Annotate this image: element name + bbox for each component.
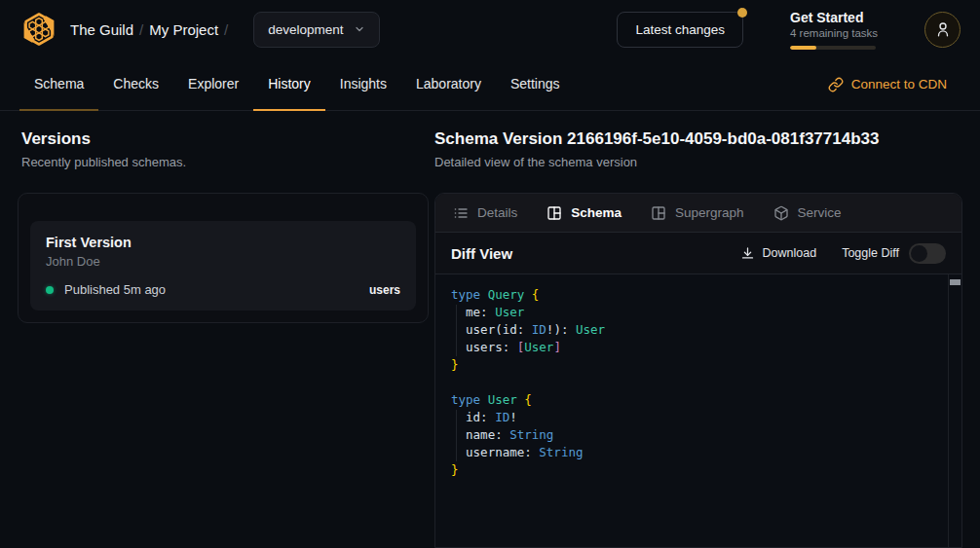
get-started-widget[interactable]: Get Started 4 remaining tasks (790, 10, 878, 50)
breadcrumb-project[interactable]: My Project (149, 21, 218, 38)
breadcrumb-separator: / (139, 21, 143, 38)
get-started-progress-bar (790, 46, 876, 50)
columns-icon (547, 205, 562, 221)
code-line: me: User (451, 304, 946, 321)
version-detail-panel: Schema Version 2166196f-5e10-4059-bd0a-0… (434, 111, 962, 548)
get-started-subtitle: 4 remaining tasks (790, 27, 878, 39)
code-line: type Query { (451, 286, 946, 304)
connect-to-cdn-link[interactable]: Connect to CDN (828, 77, 947, 92)
latest-changes-button[interactable]: Latest changes (617, 12, 743, 48)
main-content: Versions Recently published schemas. Fir… (0, 111, 980, 548)
diff-view-title: Diff View (451, 245, 512, 262)
download-icon (740, 246, 755, 261)
hive-logo-icon[interactable] (19, 10, 58, 49)
detail-tab-label: Service (798, 205, 842, 220)
versions-subtitle: Recently published schemas. (21, 155, 434, 169)
detail-tab-label: Details (477, 205, 517, 220)
detail-tab-schema[interactable]: Schema (547, 205, 622, 221)
code-line: id: ID! (451, 409, 946, 426)
code-scrollbar[interactable] (948, 274, 961, 547)
link-icon (828, 77, 844, 92)
version-status-text: Published 5m ago (64, 282, 166, 297)
versions-panel: Versions Recently published schemas. Fir… (0, 111, 434, 548)
code-line: user(id: ID!): User (451, 321, 946, 339)
detail-tab-supergraph[interactable]: Supergraph (651, 205, 744, 221)
version-detail-card: Details Schema Supergraph (434, 193, 962, 548)
diff-toolbar: Diff View Download Toggle Diff (435, 233, 961, 274)
graphql-code: type Query { me: User user(id: ID!): Use… (435, 274, 961, 491)
toggle-diff-label: Toggle Diff (842, 246, 899, 260)
detail-tab-label: Supergraph (675, 205, 744, 220)
published-status-dot (46, 286, 54, 294)
person-icon (934, 20, 952, 38)
versions-title: Versions (21, 128, 434, 150)
list-icon (453, 205, 469, 221)
code-line: users: [User] (451, 339, 946, 356)
progress-fill (790, 46, 816, 50)
code-line: username: String (451, 444, 946, 461)
version-status-row: Published 5m ago users (46, 282, 400, 297)
user-avatar[interactable] (924, 12, 961, 48)
detail-tab-service[interactable]: Service (773, 205, 842, 221)
tab-settings[interactable]: Settings (496, 58, 575, 111)
version-list-item[interactable]: First Version John Doe Published 5m ago … (30, 221, 416, 311)
version-author: John Doe (46, 254, 400, 269)
tab-explorer[interactable]: Explorer (173, 58, 253, 111)
download-label: Download (763, 246, 817, 260)
switch-knob (911, 245, 927, 262)
cube-icon (773, 205, 789, 221)
connect-to-cdn-label: Connect to CDN (851, 77, 947, 91)
code-line: name: String (451, 426, 946, 444)
download-button[interactable]: Download (740, 246, 817, 261)
breadcrumb-org[interactable]: The Guild (70, 21, 133, 38)
version-detail-title: Schema Version 2166196f-5e10-4059-bd0a-0… (434, 128, 962, 150)
diff-actions: Download Toggle Diff (740, 243, 946, 264)
detail-tab-details[interactable]: Details (453, 205, 517, 221)
latest-changes-label: Latest changes (635, 22, 725, 37)
schema-code-viewer[interactable]: type Query { me: User user(id: ID!): Use… (435, 274, 961, 547)
nav-spacer (575, 58, 828, 110)
columns-icon (651, 205, 666, 221)
target-selector-dropdown[interactable]: development (253, 12, 379, 48)
app-root: The Guild / My Project / development Lat… (0, 0, 980, 548)
tab-insights[interactable]: Insights (325, 58, 401, 111)
tab-history[interactable]: History (253, 58, 325, 111)
notification-dot (737, 8, 747, 18)
chevron-down-icon (354, 23, 365, 35)
target-selector-value: development (268, 22, 343, 37)
app-header: The Guild / My Project / development Lat… (0, 0, 980, 58)
tab-laboratory[interactable]: Laboratory (401, 58, 496, 111)
scrollbar-thumb[interactable] (950, 279, 961, 285)
code-line: type User { (451, 391, 946, 409)
version-name: First Version (46, 235, 400, 250)
get-started-title: Get Started (790, 10, 878, 26)
header-right: Latest changes Get Started 4 remaining t… (617, 10, 961, 50)
code-line: } (451, 356, 946, 374)
service-badge: users (369, 283, 400, 297)
versions-list-card: First Version John Doe Published 5m ago … (18, 193, 429, 323)
header-left: The Guild / My Project / development (19, 10, 380, 49)
breadcrumb-separator: / (224, 21, 228, 38)
toggle-diff-control: Toggle Diff (842, 243, 946, 264)
indent-guide (456, 305, 457, 356)
detail-tab-label: Schema (571, 205, 622, 220)
main-nav: Schema Checks Explorer History Insights … (0, 58, 980, 111)
breadcrumb: The Guild / My Project / (70, 21, 234, 38)
version-detail-subtitle: Detailed view of the schema version (434, 155, 962, 169)
indent-guide (456, 410, 457, 461)
detail-tab-bar: Details Schema Supergraph (435, 194, 961, 233)
tab-schema[interactable]: Schema (19, 58, 98, 111)
code-line: } (451, 461, 946, 479)
tab-checks[interactable]: Checks (98, 58, 173, 111)
code-line (451, 374, 946, 391)
toggle-diff-switch[interactable] (909, 243, 946, 264)
